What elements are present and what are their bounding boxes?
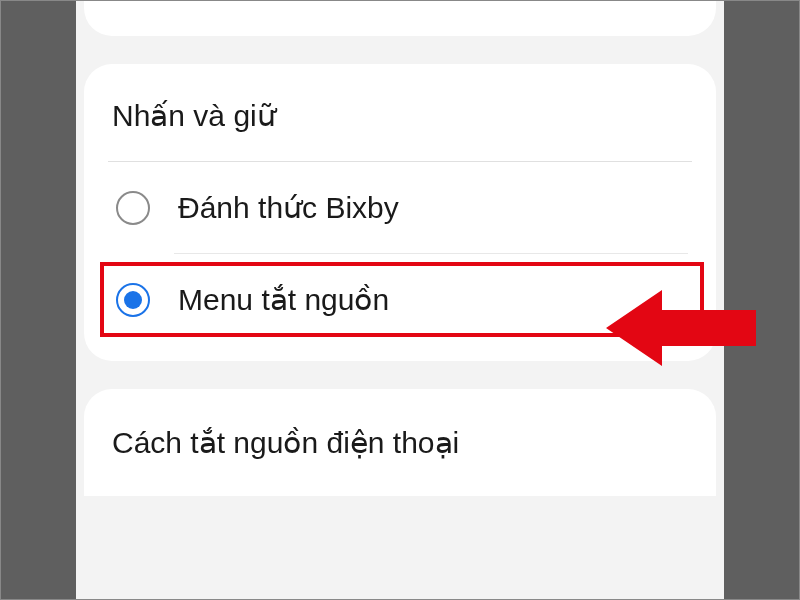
section-title: Cách tắt nguồn điện thoại (112, 425, 688, 460)
section-title: Nhấn và giữ (112, 98, 688, 161)
option-label: Đánh thức Bixby (178, 190, 399, 225)
option-power-off-menu[interactable]: Menu tắt nguồn (112, 254, 688, 345)
decorative-panel-right (724, 0, 800, 600)
power-off-instructions-section[interactable]: Cách tắt nguồn điện thoại (84, 389, 716, 496)
press-hold-section: Nhấn và giữ Đánh thức Bixby Menu tắt ngu… (84, 64, 716, 361)
previous-card-edge (84, 0, 716, 36)
option-label: Menu tắt nguồn (178, 282, 389, 317)
decorative-panel-left (0, 0, 76, 600)
settings-content: Nhấn và giữ Đánh thức Bixby Menu tắt ngu… (76, 0, 724, 600)
radio-unchecked-icon (116, 191, 150, 225)
radio-checked-icon (116, 283, 150, 317)
option-wake-bixby[interactable]: Đánh thức Bixby (112, 162, 688, 253)
